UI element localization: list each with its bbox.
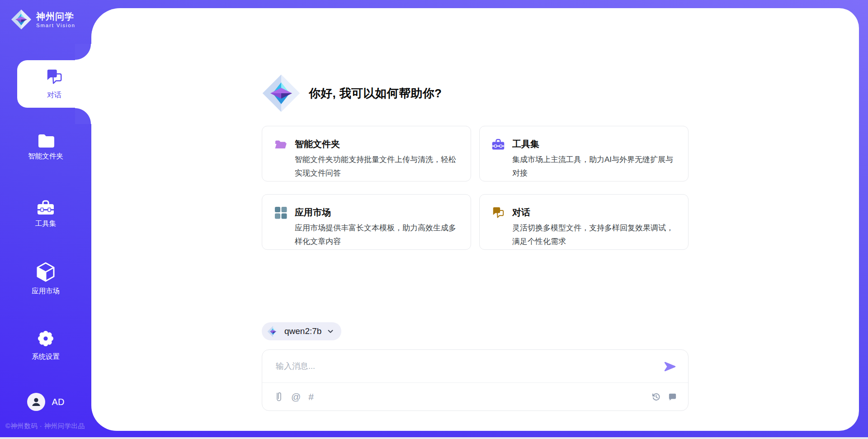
sidebar-item-toolset[interactable]: 工具集 bbox=[0, 200, 91, 229]
card-title: 智能文件夹 bbox=[295, 138, 461, 150]
grid-icon bbox=[274, 206, 287, 219]
card-desc: 应用市场提供丰富长文本模板，助力高效生成多样化文章内容 bbox=[295, 221, 461, 248]
sidebar-footer: ©神州数码 · 神州问学出品 bbox=[5, 422, 85, 430]
sidebar-item-label: 系统设置 bbox=[32, 352, 60, 362]
card-title: 对话 bbox=[512, 206, 678, 219]
card-toolset[interactable]: 工具集 集成市场上主流工具，助力AI与外界无缝扩展与对接 bbox=[479, 126, 689, 181]
composer: @ # bbox=[262, 349, 689, 411]
sidebar-item-chat[interactable]: 对话 bbox=[17, 60, 91, 108]
sidebar-item-label: 应用市场 bbox=[32, 286, 60, 296]
feature-cards: 智能文件夹 智能文件夹功能支持批量文件上传与清洗，轻松实现文件问答 工 bbox=[262, 126, 689, 250]
brand-text: 神州问学 Smart Vision bbox=[36, 11, 75, 28]
sidebar-item-smart-folder[interactable]: 智能文件夹 bbox=[0, 134, 91, 161]
message-input[interactable] bbox=[275, 356, 652, 376]
chat-bubbles-icon bbox=[492, 206, 505, 219]
sidebar-item-label: 对话 bbox=[47, 91, 61, 100]
at-sign-icon[interactable]: @ bbox=[291, 392, 301, 401]
card-chat[interactable]: 对话 灵活切换多模型文件，支持多样回复效果调试，满足个性化需求 bbox=[479, 194, 689, 250]
toolbox-icon bbox=[492, 138, 505, 151]
comment-button[interactable] bbox=[668, 392, 677, 401]
paperclip-icon bbox=[274, 391, 283, 402]
sidebar: 神州问学 Smart Vision 对话 智能文件夹 bbox=[0, 0, 91, 439]
attach-button[interactable] bbox=[274, 391, 283, 402]
folder-icon bbox=[38, 134, 54, 148]
window-bottom-edge bbox=[0, 437, 868, 439]
model-selector[interactable]: qwen2:7b bbox=[262, 322, 341, 340]
hash-icon[interactable]: # bbox=[308, 392, 314, 401]
greeting: 你好, 我可以如何帮助你? bbox=[262, 73, 689, 113]
card-title: 应用市场 bbox=[295, 206, 461, 219]
model-name: qwen2:7b bbox=[284, 326, 321, 336]
brand-title: 神州问学 bbox=[36, 11, 75, 22]
model-logo-icon bbox=[267, 325, 279, 338]
brand-logo-icon bbox=[11, 8, 32, 31]
sidebar-item-label: 智能文件夹 bbox=[28, 152, 63, 161]
history-icon bbox=[651, 392, 661, 402]
toolbox-icon bbox=[37, 200, 54, 215]
avatar bbox=[27, 393, 45, 411]
open-folder-icon bbox=[274, 138, 287, 151]
card-desc: 智能文件夹功能支持批量文件上传与清洗，轻松实现文件问答 bbox=[295, 153, 461, 180]
card-app-market[interactable]: 应用市场 应用市场提供丰富长文本模板，助力高效生成多样化文章内容 bbox=[262, 194, 471, 250]
user-profile[interactable]: AD bbox=[0, 393, 91, 411]
history-button[interactable] bbox=[651, 392, 661, 402]
user-initials: AD bbox=[52, 397, 65, 407]
greeting-text: 你好, 我可以如何帮助你? bbox=[309, 86, 442, 101]
card-desc: 灵活切换多模型文件，支持多样回复效果调试，满足个性化需求 bbox=[512, 221, 678, 248]
card-title: 工具集 bbox=[512, 138, 678, 150]
card-desc: 集成市场上主流工具，助力AI与外界无缝扩展与对接 bbox=[512, 153, 678, 180]
sidebar-item-label: 工具集 bbox=[35, 219, 57, 229]
chat-bubbles-icon bbox=[46, 68, 63, 87]
sidebar-item-app-market[interactable]: 应用市场 bbox=[0, 262, 91, 296]
sidebar-item-settings[interactable]: 系统设置 bbox=[0, 329, 91, 362]
card-smart-folder[interactable]: 智能文件夹 智能文件夹功能支持批量文件上传与清洗，轻松实现文件问答 bbox=[262, 126, 471, 181]
send-button[interactable] bbox=[663, 360, 677, 374]
person-icon bbox=[30, 396, 42, 408]
assistant-logo-icon bbox=[262, 73, 301, 113]
main-panel: 你好, 我可以如何帮助你? 智能文件夹 智能文件夹功能支持批量文件上传与清洗，轻… bbox=[91, 8, 859, 431]
chevron-down-icon bbox=[327, 328, 334, 335]
comment-icon bbox=[668, 392, 677, 401]
composer-toolbar: @ # bbox=[274, 383, 677, 410]
brand: 神州问学 Smart Vision bbox=[11, 8, 75, 31]
gear-icon bbox=[36, 329, 56, 348]
send-arrow-icon bbox=[663, 360, 677, 373]
brand-subtitle: Smart Vision bbox=[36, 23, 75, 28]
cube-icon bbox=[36, 262, 56, 283]
